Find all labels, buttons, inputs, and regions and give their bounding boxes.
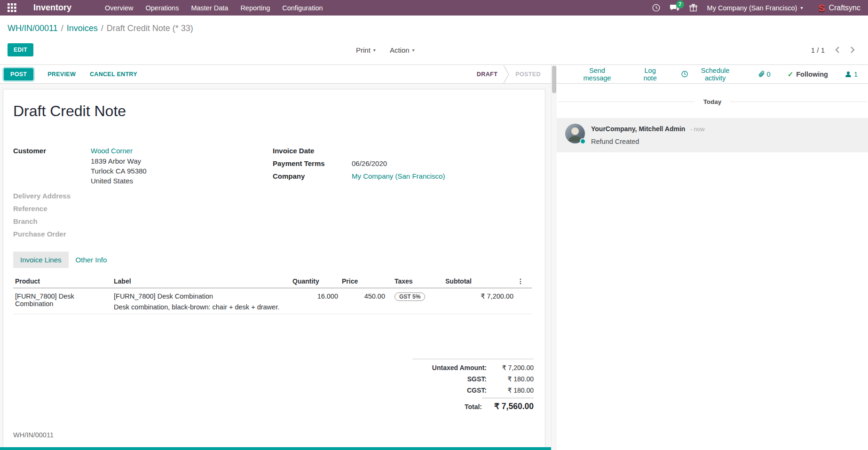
sheet-background: Draft Credit Note Customer Wood Corner 1… xyxy=(0,84,551,450)
pager-next-icon[interactable] xyxy=(850,46,855,54)
action-label: Action xyxy=(390,46,410,54)
followers-button[interactable]: 1 xyxy=(845,71,858,78)
pager-previous-icon[interactable] xyxy=(835,46,840,54)
schedule-activity-label: Schedule activity xyxy=(691,67,740,82)
bottom-accent-bar xyxy=(0,447,551,450)
menu-operations[interactable]: Operations xyxy=(139,0,185,16)
customer-address-line: United States xyxy=(91,177,133,185)
company-link[interactable]: My Company (San Francisco) xyxy=(352,172,445,180)
cell-subtotal: ₹ 7,200.00 xyxy=(443,288,515,314)
chevron-down-icon: ▾ xyxy=(373,47,376,53)
customer-link[interactable]: Wood Corner xyxy=(91,147,133,155)
avatar xyxy=(565,124,585,143)
schedule-activity-button[interactable]: Schedule activity xyxy=(681,67,739,82)
activities-clock-icon[interactable] xyxy=(652,4,660,12)
control-panel: EDIT Print ▾ Action ▾ 1 / 1 xyxy=(0,35,868,64)
edit-button[interactable]: EDIT xyxy=(8,43,33,56)
log-note-button[interactable]: Log note xyxy=(638,67,663,82)
breadcrumb-separator: / xyxy=(101,24,103,33)
col-label[interactable]: Label xyxy=(112,275,291,288)
divider-line xyxy=(730,102,867,102)
cgst-value: ₹ 180.00 xyxy=(487,387,534,394)
invoice-lines-table: Product Label Quantity Price Taxes Subto… xyxy=(13,275,532,314)
messages-icon[interactable]: 7 xyxy=(670,4,679,12)
form-view: POST PREVIEW CANCEL ENTRY DRAFT POSTED D… xyxy=(0,65,551,450)
totals-block: Untaxed Amount: ₹ 7,200.00 SGST: ₹ 180.0… xyxy=(412,359,534,415)
systray: 7 My Company (San Francisco) ▾ S Craftsy… xyxy=(652,3,863,13)
line-description: Desk combination, black-brown: chair + d… xyxy=(114,303,289,311)
message-timestamp: - now xyxy=(690,126,705,133)
menu-reporting[interactable]: Reporting xyxy=(234,0,276,16)
stage-posted[interactable]: POSTED xyxy=(510,65,551,83)
breadcrumb-link-record[interactable]: WH/IN/00011 xyxy=(8,24,58,33)
pager-value: 1 / 1 xyxy=(811,46,825,54)
apps-grid-icon[interactable] xyxy=(8,3,16,12)
action-dropdown[interactable]: Action ▾ xyxy=(390,46,415,54)
tax-badge: GST 5% xyxy=(395,292,425,301)
breadcrumb: WH/IN/00011/Invoices/Draft Credit Note (… xyxy=(0,16,868,35)
app-window: Inventory Overview Operations Master Dat… xyxy=(0,0,868,450)
chatter-tools: 0 ✓ Following 1 xyxy=(758,70,858,79)
cell-taxes: GST 5% xyxy=(387,288,443,314)
tab-other-info[interactable]: Other Info xyxy=(69,252,114,268)
company-switcher[interactable]: My Company (San Francisco) ▾ xyxy=(707,4,803,12)
menu-master-data[interactable]: Master Data xyxy=(185,0,234,16)
reference-label: Reference xyxy=(13,205,47,213)
scrollbar-thumb[interactable] xyxy=(552,66,556,93)
cancel-entry-button[interactable]: CANCEL ENTRY xyxy=(90,71,137,78)
untaxed-label: Untaxed Amount: xyxy=(432,364,487,371)
chatter-message: YourCompany, Mitchell Admin - now Refund… xyxy=(557,118,868,152)
total-row: Total: ₹ 7,560.00 xyxy=(412,398,534,411)
cell-quantity: 16.000 xyxy=(291,288,340,314)
table-header-row: Product Label Quantity Price Taxes Subto… xyxy=(13,275,532,288)
breadcrumb-separator: / xyxy=(61,24,63,33)
message-author: YourCompany, Mitchell Admin xyxy=(591,125,685,133)
print-dropdown[interactable]: Print ▾ xyxy=(356,46,376,54)
action-buttons: Print ▾ Action ▾ xyxy=(356,46,415,54)
divider-line xyxy=(558,102,695,102)
col-quantity[interactable]: Quantity xyxy=(291,275,340,288)
message-count-badge: 7 xyxy=(676,0,684,8)
cell-label: [FURN_7800] Desk Combination Desk combin… xyxy=(112,288,291,314)
gift-icon[interactable] xyxy=(689,4,697,12)
follower-count: 1 xyxy=(854,71,858,78)
send-message-button[interactable]: Send message xyxy=(576,67,619,82)
pager: 1 / 1 xyxy=(811,46,860,54)
preview-button[interactable]: PREVIEW xyxy=(47,71,76,78)
main-menu: Overview Operations Master Data Reportin… xyxy=(99,0,329,16)
user-menu[interactable]: S Craftsync xyxy=(818,3,860,13)
document-sheet: Draft Credit Note Customer Wood Corner 1… xyxy=(3,89,545,450)
table-row[interactable]: [FURN_7800] Desk Combination [FURN_7800]… xyxy=(13,288,532,314)
attachments-button[interactable]: 0 xyxy=(758,71,771,78)
stage-arrow-icon xyxy=(503,65,510,84)
purchase-order-label: Purchase Order xyxy=(13,230,66,238)
menu-overview[interactable]: Overview xyxy=(99,0,139,16)
company-name: My Company (San Francisco) xyxy=(707,4,797,12)
customer-address-line: Turlock CA 95380 xyxy=(91,167,147,175)
cell-product: [FURN_7800] Desk Combination xyxy=(13,288,112,314)
vertical-scrollbar[interactable] xyxy=(551,65,557,450)
paperclip-icon xyxy=(758,71,765,78)
chatter-topbar: Send message Log note Schedule activity … xyxy=(557,65,868,84)
col-subtotal[interactable]: Subtotal xyxy=(443,275,515,288)
following-button[interactable]: ✓ Following xyxy=(788,70,828,79)
statusbar: POST PREVIEW CANCEL ENTRY DRAFT POSTED xyxy=(0,65,551,84)
attachment-count: 0 xyxy=(767,71,771,78)
company-label: Company xyxy=(273,172,305,180)
cgst-row: CGST: ₹ 180.00 xyxy=(412,387,534,394)
col-price[interactable]: Price xyxy=(340,275,387,288)
post-button[interactable]: POST xyxy=(4,68,33,80)
stage-widget: DRAFT POSTED xyxy=(471,65,551,83)
col-product[interactable]: Product xyxy=(13,275,112,288)
col-taxes[interactable]: Taxes xyxy=(387,275,443,288)
column-options-icon[interactable]: ⋮ xyxy=(515,275,532,288)
chatter-panel: Send message Log note Schedule activity … xyxy=(557,65,868,450)
breadcrumb-link-invoices[interactable]: Invoices xyxy=(67,24,98,33)
payment-terms-value[interactable]: 06/26/2020 xyxy=(352,159,387,167)
chevron-down-icon: ▾ xyxy=(800,5,803,10)
tab-invoice-lines[interactable]: Invoice Lines xyxy=(13,252,69,268)
stage-draft[interactable]: DRAFT xyxy=(471,65,503,83)
message-content: YourCompany, Mitchell Admin - now Refund… xyxy=(591,124,704,145)
menu-configuration[interactable]: Configuration xyxy=(276,0,329,16)
customer-address-line: 1839 Arbor Way xyxy=(91,157,141,165)
